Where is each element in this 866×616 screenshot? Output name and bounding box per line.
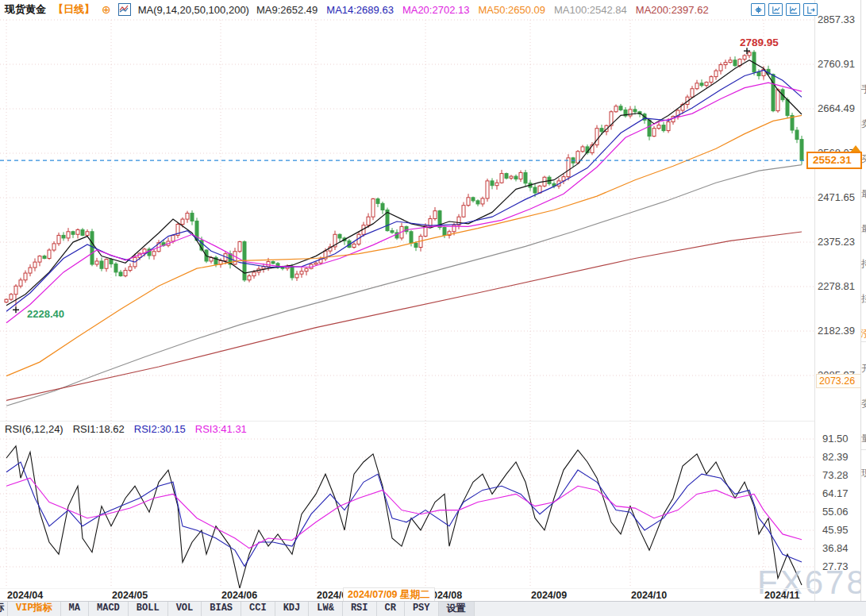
toolbar-item-MACD[interactable]: MACD <box>89 602 129 616</box>
ma-value: MA50:2650.09 <box>478 4 545 16</box>
right-edge-panel: 手卖买最最持挂涨开委量现 <box>860 0 866 601</box>
toolbar-item-设置[interactable]: 设置 <box>439 602 475 616</box>
chart-application: FX678 2857.332760.912664.492568.072471.6… <box>0 0 866 616</box>
right-panel-char: 持 <box>861 257 866 271</box>
rsi-value: RSI2:30.15 <box>134 423 186 435</box>
right-panel-char: 最 <box>861 222 866 236</box>
toolbar-item-BOLL[interactable]: BOLL <box>129 602 168 616</box>
toolbar-item-LW&[interactable]: LW& <box>309 602 343 616</box>
rsi-value: RSI1:18.62 <box>73 423 125 435</box>
circle-plus-icon[interactable]: ⊕ <box>102 4 111 15</box>
ma-value: MA14:2689.63 <box>326 4 394 16</box>
toolbar-item-PSY[interactable]: PSY <box>405 602 439 616</box>
right-panel-char: 开 <box>861 362 866 375</box>
right-panel-char: 挂 <box>861 292 866 306</box>
scale-left-icon[interactable] <box>768 3 783 16</box>
toolbar-item-BIAS[interactable]: BIAS <box>202 602 241 616</box>
rsi-settings-label: RSI(6,12,24) <box>5 423 64 435</box>
right-panel-char: 涨 <box>861 327 866 341</box>
low-price-annotation: 2228.40 <box>27 308 64 320</box>
right-panel-char: 现 <box>861 467 866 480</box>
chart-header: 现货黄金 【日线】 ⊕ MA(9,14,20,50,100,200) MA9:2… <box>5 2 709 17</box>
right-panel-char: 手 <box>861 83 866 96</box>
ma-value: MA100:2542.84 <box>554 4 627 16</box>
toolbar-item-标[interactable]: 标 <box>0 602 8 616</box>
toolbar-item-RSI[interactable]: RSI <box>343 602 377 616</box>
toolbar-item-MA[interactable]: MA <box>61 602 89 616</box>
candlestick-chart-canvas[interactable] <box>0 0 866 616</box>
candlestick-icon[interactable] <box>118 3 131 16</box>
right-panel-divider <box>861 341 866 342</box>
toolbar-item-CR[interactable]: CR <box>377 602 405 616</box>
ma-value: MA9:2652.49 <box>256 4 318 16</box>
rsi-value-list: RSI1:18.62RSI2:30.15RSI3:41.31 <box>73 423 247 435</box>
crosshair-icon[interactable] <box>751 3 765 16</box>
symbol-title: 现货黄金 <box>5 2 46 17</box>
toolbar-item-CCI[interactable]: CCI <box>241 602 275 616</box>
right-panel-char: 卖 <box>861 117 866 131</box>
axis-divider <box>814 0 815 601</box>
right-panel-char: 委 <box>861 397 866 410</box>
right-panel-char: 量 <box>861 432 866 445</box>
right-panel-divider <box>861 449 866 450</box>
secondary-price-badge: 2073.26 <box>816 374 864 388</box>
right-panel-char: 最 <box>861 187 866 201</box>
right-panel-divider <box>861 232 866 233</box>
ma-value: MA200:2397.62 <box>636 4 709 16</box>
rsi-value: RSI3:41.31 <box>195 423 247 435</box>
ma-value: MA20:2702.13 <box>402 4 470 16</box>
toolbar-item-VIP指标[interactable]: VIP指标 <box>8 602 61 616</box>
indicator-toolbar: 标VIP指标MAMACDBOLLVOLBIASCCIKDJLW&RSICRPSY… <box>0 601 866 616</box>
toolbar-item-VOL[interactable]: VOL <box>168 602 202 616</box>
current-price-badge: 2552.31 <box>806 152 862 169</box>
high-price-annotation: 2789.95 <box>740 37 779 48</box>
pan-right-icon[interactable] <box>803 3 818 16</box>
watermark: FX678 <box>757 564 866 602</box>
panel-divider <box>0 421 814 422</box>
ma-settings-label: MA(9,14,20,50,100,200) <box>138 4 249 16</box>
corner-toolbar <box>751 3 818 16</box>
ma-value-list: MA9:2652.49MA14:2689.63MA20:2702.13MA50:… <box>256 4 709 16</box>
toolbar-item-KDJ[interactable]: KDJ <box>275 602 310 616</box>
scale-right-icon[interactable] <box>786 3 800 16</box>
rsi-header: RSI(6,12,24) RSI1:18.62RSI2:30.15RSI3:41… <box>5 423 247 435</box>
period-label[interactable]: 【日线】 <box>53 2 94 17</box>
